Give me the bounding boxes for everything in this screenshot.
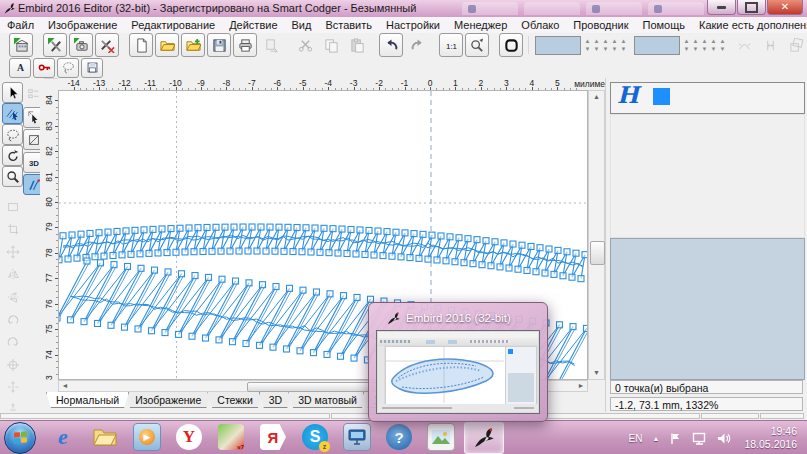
view-tab-2[interactable]: Изображение bbox=[125, 392, 211, 408]
ruler-unit-label: милиме bbox=[574, 79, 605, 89]
height-value-box-spinners[interactable]: ▲▲▲▲▲▼▼▼▼▼ bbox=[682, 37, 727, 53]
vruler-label: 74 bbox=[43, 350, 53, 359]
hummingbird-icon bbox=[381, 311, 401, 326]
menu-5[interactable]: Вид bbox=[285, 19, 319, 31]
view-tab-1[interactable]: Нормальный bbox=[46, 392, 129, 408]
cursor-box-icon bbox=[27, 110, 41, 124]
title-bar[interactable]: Embird 2016 Editor (32-bit) - Зарегистри… bbox=[0, 0, 807, 17]
save-file-button[interactable] bbox=[207, 33, 231, 57]
menu-8[interactable]: Менеджер bbox=[447, 19, 514, 31]
mirror-merge-icon bbox=[763, 38, 778, 53]
taskbar-image-viewer[interactable] bbox=[422, 422, 460, 452]
taskbar-help[interactable]: ? bbox=[380, 422, 418, 452]
taskbar-yandex-browser[interactable]: Y bbox=[170, 422, 208, 452]
width-value-box-spinners[interactable]: ▲▲▲▲▲▼▼▼▼▼ bbox=[583, 37, 628, 53]
taskbar-windows-explorer[interactable] bbox=[86, 422, 124, 452]
menu-10[interactable]: Проводник bbox=[566, 19, 635, 31]
main-toolbar: 1:1▲▲▲▲▲▼▼▼▼▼▲▲▲▲▲▼▼▼▼▼AA bbox=[0, 33, 807, 57]
start-button[interactable] bbox=[4, 422, 36, 454]
zoom-fit-icon bbox=[470, 38, 485, 53]
quick-save-button[interactable] bbox=[81, 58, 103, 78]
taskbar-internet-explorer[interactable]: e bbox=[44, 422, 82, 452]
taskbar-media-player[interactable]: ▶ bbox=[128, 422, 166, 452]
zoom-1-1-button[interactable]: 1:1 bbox=[439, 33, 463, 57]
close-button[interactable]: ✕ bbox=[767, 0, 803, 15]
taskbar-yandex-search[interactable]: Я bbox=[254, 422, 292, 452]
lasso-select-tool[interactable] bbox=[2, 124, 23, 145]
open-file-button[interactable] bbox=[155, 33, 179, 57]
thread-color-swatch[interactable] bbox=[653, 88, 670, 105]
select-rect-tool bbox=[2, 196, 23, 217]
vruler-label: 83 bbox=[43, 121, 53, 130]
cut-button bbox=[293, 33, 317, 57]
vertical-scrollbar[interactable]: ▲ ▼ bbox=[588, 90, 605, 380]
menu-3[interactable]: Редактирование bbox=[124, 19, 222, 31]
view-tab-3[interactable]: Стежки bbox=[207, 392, 262, 408]
horizontal-ruler: милиме -14-13-12-11-10-9-8-7-6-5-4-3-2-1… bbox=[58, 78, 607, 90]
taskbar-embird-v7[interactable]: v7 bbox=[212, 422, 250, 452]
scroll-up-icon[interactable]: ▲ bbox=[589, 92, 604, 102]
tool-palette: 3D bbox=[0, 78, 44, 420]
menu-4[interactable]: Действие bbox=[222, 19, 284, 31]
stitch-select-icon bbox=[6, 107, 20, 121]
scroll-down-icon[interactable]: ▼ bbox=[589, 368, 604, 378]
bend-icon bbox=[737, 38, 752, 53]
thread-list-header[interactable]: H bbox=[610, 82, 805, 114]
screen: Embird 2016 Editor (32-bit) - Зарегистри… bbox=[0, 0, 807, 454]
view-tab-4[interactable]: 3D bbox=[259, 392, 292, 408]
menu-7[interactable]: Настройки bbox=[379, 19, 447, 31]
popup-thumbnail[interactable] bbox=[376, 330, 540, 414]
clock[interactable]: 19:46 18.05.2016 bbox=[744, 425, 797, 451]
zoom-fit-button[interactable] bbox=[465, 33, 489, 57]
freehand-select-button[interactable] bbox=[57, 58, 79, 78]
vruler-label: 76 bbox=[43, 299, 53, 308]
hoop-button[interactable] bbox=[499, 33, 523, 57]
height-value-box[interactable] bbox=[634, 36, 680, 55]
studio-button[interactable] bbox=[43, 33, 67, 57]
object-list[interactable] bbox=[610, 114, 805, 238]
vruler-label: 81 bbox=[43, 172, 53, 181]
language-indicator[interactable]: EN bbox=[629, 433, 643, 444]
undo-button[interactable] bbox=[379, 33, 403, 57]
lasso2-icon bbox=[6, 128, 20, 142]
font-engine-button[interactable] bbox=[95, 33, 119, 57]
vscroll-thumb[interactable] bbox=[590, 241, 605, 265]
menu-9[interactable]: Облако bbox=[514, 19, 566, 31]
text-tool-button[interactable]: A bbox=[9, 58, 31, 78]
view-tab-5[interactable]: 3D матовый bbox=[288, 392, 367, 408]
zoom-tool-tool[interactable] bbox=[2, 166, 23, 187]
scroll-left-icon[interactable]: ◄ bbox=[60, 381, 70, 391]
password-button[interactable] bbox=[33, 58, 55, 78]
network-icon[interactable] bbox=[692, 432, 707, 445]
new-file-button[interactable] bbox=[129, 33, 153, 57]
volume-icon[interactable] bbox=[717, 432, 731, 445]
scroll-right-icon[interactable]: ► bbox=[576, 381, 586, 391]
crop-tool bbox=[2, 219, 23, 240]
taskbar-preview-popup[interactable]: Embird 2016 (32-bit) bbox=[368, 302, 548, 422]
maximize-button[interactable] bbox=[737, 0, 766, 15]
print-button[interactable] bbox=[233, 33, 257, 57]
minimize-button[interactable] bbox=[707, 0, 736, 15]
background-favicon bbox=[468, 5, 476, 13]
taskbar-embird-active[interactable] bbox=[464, 422, 504, 454]
sfumato-button[interactable] bbox=[69, 33, 93, 57]
menu-11[interactable]: Помощь bbox=[636, 19, 693, 31]
merge-file-button[interactable] bbox=[181, 33, 205, 57]
show-hidden-icons[interactable]: ▲ bbox=[653, 435, 660, 442]
menu-6[interactable]: Вставить bbox=[318, 19, 379, 31]
redo-button bbox=[405, 33, 429, 57]
manager-button[interactable] bbox=[9, 33, 33, 57]
menu-12[interactable]: Какие есть дополнения bbox=[692, 19, 807, 31]
width-value-box[interactable] bbox=[535, 36, 581, 55]
window-controls: ✕ bbox=[706, 0, 803, 15]
popup-title-text: Embird 2016 (32-bit) bbox=[406, 312, 511, 324]
pointer-tool[interactable] bbox=[2, 82, 23, 103]
select-stitches-tool[interactable] bbox=[2, 103, 23, 124]
menu-2[interactable]: Изображение bbox=[41, 19, 124, 31]
threed-icon: 3D bbox=[27, 155, 41, 169]
action-center-flag-icon[interactable] bbox=[669, 432, 682, 445]
rotate-tool-tool[interactable] bbox=[2, 145, 23, 166]
taskbar-remote-screen[interactable] bbox=[338, 422, 376, 452]
menu-1[interactable]: Файл bbox=[0, 19, 41, 31]
taskbar-skype[interactable]: Sz bbox=[296, 422, 334, 452]
